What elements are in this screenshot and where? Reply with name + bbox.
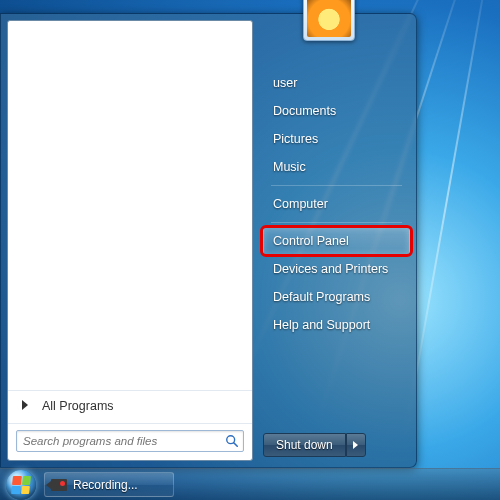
- menu-item-documents[interactable]: Documents: [263, 97, 410, 125]
- camera-icon: [51, 479, 67, 491]
- menu-item-music[interactable]: Music: [263, 153, 410, 181]
- menu-item-label: Pictures: [273, 132, 318, 146]
- windows-logo-icon: [6, 470, 36, 500]
- menu-item-label: Control Panel: [273, 234, 349, 248]
- menu-separator: [271, 222, 402, 223]
- taskbar: Recording...: [0, 468, 500, 500]
- shutdown-label: Shut down: [276, 438, 333, 452]
- shutdown-area: Shut down: [263, 429, 410, 461]
- triangle-right-icon: [22, 400, 28, 410]
- search-input[interactable]: [17, 435, 221, 447]
- avatar-image: [307, 0, 351, 37]
- menu-item-label: Help and Support: [273, 318, 370, 332]
- start-menu-right-pane: userDocumentsPicturesMusicComputerContro…: [259, 14, 416, 467]
- menu-item-label: Music: [273, 160, 306, 174]
- menu-item-pictures[interactable]: Pictures: [263, 125, 410, 153]
- menu-item-label: Devices and Printers: [273, 262, 388, 276]
- search-icon[interactable]: [221, 434, 243, 448]
- menu-item-label: Computer: [273, 197, 328, 211]
- menu-item-default-programs[interactable]: Default Programs: [263, 283, 410, 311]
- start-button[interactable]: [0, 469, 42, 500]
- menu-item-devices-and-printers[interactable]: Devices and Printers: [263, 255, 410, 283]
- triangle-right-icon: [353, 441, 358, 449]
- search-area: [8, 423, 252, 460]
- start-menu-left-pane: All Programs: [7, 20, 253, 461]
- taskbar-item-label: Recording...: [73, 478, 138, 492]
- search-box[interactable]: [16, 430, 244, 452]
- menu-item-help-and-support[interactable]: Help and Support: [263, 311, 410, 339]
- taskbar-item-recording[interactable]: Recording...: [44, 472, 174, 497]
- svg-line-1: [234, 443, 238, 447]
- menu-item-label: Default Programs: [273, 290, 370, 304]
- pinned-programs-area: [8, 21, 252, 390]
- menu-item-control-panel[interactable]: Control Panel: [263, 227, 410, 255]
- menu-item-label: user: [273, 76, 297, 90]
- user-avatar[interactable]: [303, 0, 355, 41]
- all-programs-label: All Programs: [42, 399, 114, 413]
- shutdown-button[interactable]: Shut down: [263, 433, 346, 457]
- menu-item-label: Documents: [273, 104, 336, 118]
- all-programs-button[interactable]: All Programs: [8, 390, 252, 423]
- menu-item-user[interactable]: user: [263, 69, 410, 97]
- menu-item-computer[interactable]: Computer: [263, 190, 410, 218]
- menu-separator: [271, 185, 402, 186]
- shutdown-options-button[interactable]: [346, 433, 366, 457]
- start-menu: All Programs userDocumentsPicturesMusicC…: [0, 13, 417, 468]
